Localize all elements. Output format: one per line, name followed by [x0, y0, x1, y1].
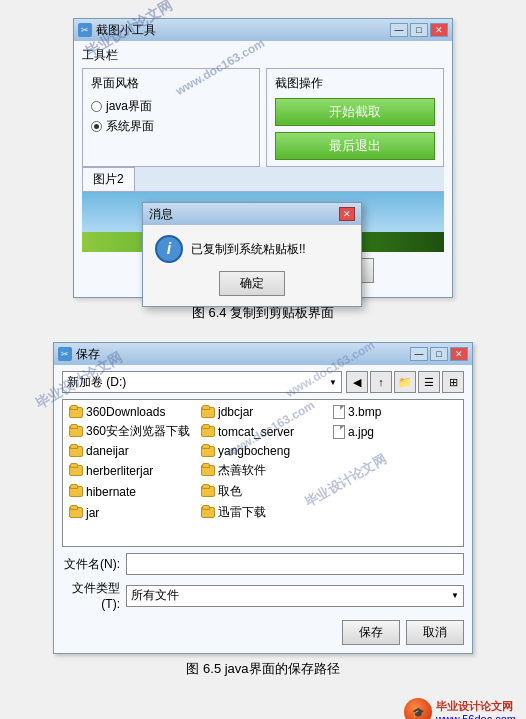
- file-icon: [333, 425, 345, 439]
- radio-java-circle: [91, 101, 102, 112]
- two-panels: 界面风格 java界面 系统界面 截图操作: [82, 68, 444, 167]
- filename-label: 文件名(N):: [62, 556, 120, 573]
- filetype-row: 文件类型(T): 所有文件 ▼: [62, 580, 464, 611]
- new-folder-button[interactable]: 📁: [394, 371, 416, 393]
- location-row: 新加卷 (D:) ▼ ◀ ↑ 📁 ☰ ⊞: [62, 371, 464, 393]
- file-save-button[interactable]: 保存: [342, 620, 400, 645]
- screenshot-title: 截图操作: [275, 75, 435, 92]
- title-left: ✂ 截图小工具: [78, 22, 156, 39]
- list-item[interactable]: herberliterjar: [67, 461, 195, 480]
- panel-buttons: 开始截取 最后退出: [275, 98, 435, 160]
- tab-picture2[interactable]: 图片2: [82, 167, 135, 191]
- folder-icon: [201, 507, 215, 518]
- file-name: 杰善软件: [218, 462, 266, 479]
- view-list-button[interactable]: ☰: [418, 371, 440, 393]
- list-item[interactable]: 360Downloads: [67, 404, 195, 420]
- list-item[interactable]: 迅雷下载: [199, 503, 327, 522]
- list-item[interactable]: hibernate: [67, 482, 195, 501]
- file-name: jdbcjar: [218, 405, 253, 419]
- dropdown-arrow-icon: ▼: [329, 378, 337, 387]
- fd-maximize-button[interactable]: □: [430, 347, 448, 361]
- nav-back-button[interactable]: ◀: [346, 371, 368, 393]
- dialog-close-button[interactable]: ✕: [339, 207, 355, 221]
- figure-caption-2: 图 6.5 java界面的保存路径: [20, 660, 506, 678]
- list-item[interactable]: tomcat_server: [199, 422, 327, 441]
- info-icon: i: [155, 235, 183, 263]
- file-name: 迅雷下载: [218, 504, 266, 521]
- file-dialog-title: 保存: [76, 346, 100, 363]
- toolbar-label: 工具栏: [82, 47, 444, 64]
- filename-row: 文件名(N):: [62, 553, 464, 575]
- radio-java[interactable]: java界面: [91, 98, 251, 115]
- footer: 🎓 毕业设计论文网 www.56doc.com: [0, 694, 526, 719]
- list-item[interactable]: 取色: [199, 482, 327, 501]
- radio-java-label: java界面: [106, 98, 152, 115]
- folder-icon: [69, 446, 83, 457]
- file-name: a.jpg: [348, 425, 374, 439]
- folder-icon: [69, 407, 83, 418]
- footer-sitename: 毕业设计论文网: [436, 699, 516, 713]
- file-name: jar: [86, 506, 99, 520]
- tool-window-body: 工具栏 界面风格 java界面 系统界面: [74, 41, 452, 297]
- file-grid: 360Downloads jdbcjar 3.bmp 360安全浏览器下载: [67, 404, 459, 522]
- file-dialog-title-left: ✂ 保存: [58, 346, 100, 363]
- radio-system[interactable]: 系统界面: [91, 118, 251, 135]
- filename-input[interactable]: [126, 553, 464, 575]
- radio-system-label: 系统界面: [106, 118, 154, 135]
- location-dropdown[interactable]: 新加卷 (D:) ▼: [62, 371, 342, 393]
- ok-button[interactable]: 确定: [219, 271, 285, 296]
- maximize-button[interactable]: □: [410, 23, 428, 37]
- radio-group: java界面 系统界面: [91, 98, 251, 135]
- file-dialog-icon: ✂: [58, 347, 72, 361]
- title-icon: ✂: [78, 23, 92, 37]
- list-item[interactable]: a.jpg: [331, 422, 459, 441]
- location-text: 新加卷 (D:): [67, 374, 126, 391]
- dialog-titlebar: 消息 ✕: [143, 203, 361, 225]
- file-name: tomcat_server: [218, 425, 294, 439]
- list-item: [331, 503, 459, 522]
- list-item[interactable]: 杰善软件: [199, 461, 327, 480]
- toolbar-icons: ◀ ↑ 📁 ☰ ⊞: [346, 371, 464, 393]
- file-name: daneijar: [86, 444, 129, 458]
- file-list-area: 360Downloads jdbcjar 3.bmp 360安全浏览器下载: [62, 399, 464, 547]
- dialog-overlay: 消息 ✕ i 已复制到系统粘贴板!! 确定: [82, 192, 444, 252]
- folder-icon: [201, 446, 215, 457]
- list-item[interactable]: jdbcjar: [199, 404, 327, 420]
- exit-button[interactable]: 最后退出: [275, 132, 435, 160]
- tool-window-titlebar: ✂ 截图小工具 — □ ✕: [74, 19, 452, 41]
- file-name: 取色: [218, 483, 242, 500]
- filetype-select[interactable]: 所有文件 ▼: [126, 585, 464, 607]
- window-controls: — □ ✕: [390, 23, 448, 37]
- list-item[interactable]: yangbocheng: [199, 443, 327, 459]
- file-dialog-controls: — □ ✕: [410, 347, 468, 361]
- close-button[interactable]: ✕: [430, 23, 448, 37]
- file-name: 360Downloads: [86, 405, 165, 419]
- fd-close-button[interactable]: ✕: [450, 347, 468, 361]
- start-capture-button[interactable]: 开始截取: [275, 98, 435, 126]
- filetype-arrow-icon: ▼: [451, 591, 459, 600]
- file-cancel-button[interactable]: 取消: [406, 620, 464, 645]
- folder-icon: [69, 486, 83, 497]
- minimize-button[interactable]: —: [390, 23, 408, 37]
- list-item[interactable]: 3.bmp: [331, 404, 459, 420]
- view-details-button[interactable]: ⊞: [442, 371, 464, 393]
- list-item[interactable]: daneijar: [67, 443, 195, 459]
- footer-logo: 🎓 毕业设计论文网 www.56doc.com: [404, 698, 516, 719]
- tool-window-title: 截图小工具: [96, 22, 156, 39]
- dialog-title: 消息: [149, 206, 173, 223]
- file-icon: [333, 405, 345, 419]
- dialog-body: i 已复制到系统粘贴板!! 确定: [143, 225, 361, 306]
- file-dialog-titlebar: ✂ 保存 — □ ✕: [54, 343, 472, 365]
- list-item[interactable]: jar: [67, 503, 195, 522]
- tool-window: ✂ 截图小工具 — □ ✕ 工具栏 界面风格 java: [73, 18, 453, 298]
- list-item: [331, 461, 459, 480]
- dialog-message-row: i 已复制到系统粘贴板!!: [155, 235, 349, 263]
- filetype-label: 文件类型(T):: [62, 580, 120, 611]
- list-item[interactable]: 360安全浏览器下载: [67, 422, 195, 441]
- folder-icon: [201, 426, 215, 437]
- list-item: [331, 443, 459, 459]
- file-name: 3.bmp: [348, 405, 381, 419]
- fd-minimize-button[interactable]: —: [410, 347, 428, 361]
- nav-up-button[interactable]: ↑: [370, 371, 392, 393]
- file-name: yangbocheng: [218, 444, 290, 458]
